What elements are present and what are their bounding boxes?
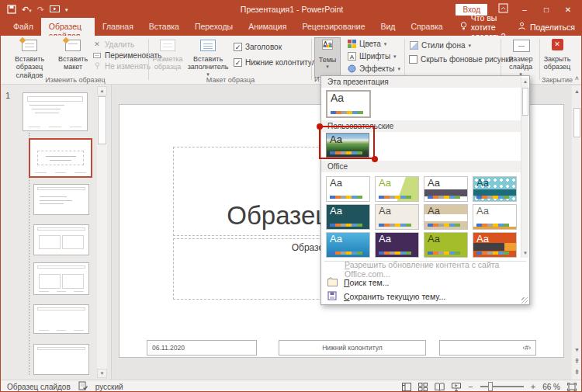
background-styles-button[interactable]: Стили фона ▾	[409, 40, 471, 50]
undo-icon[interactable]: ↶▾	[22, 5, 32, 15]
reading-view-icon[interactable]	[435, 383, 445, 391]
layout-thumbnail[interactable]	[33, 184, 89, 215]
close-button[interactable]: ✕	[563, 5, 573, 14]
footers-checkbox-box[interactable]: ✓	[234, 58, 242, 67]
insert-layout-button[interactable]: Вставить макет	[55, 37, 91, 71]
dropdown-arrow: ▾	[468, 43, 471, 48]
slideshow-view-icon[interactable]	[452, 383, 461, 391]
background-styles-icon	[409, 40, 418, 50]
layout-thumbnail[interactable]	[33, 224, 89, 255]
dropdown-scrollbar[interactable]: ▲ ▼	[521, 78, 528, 258]
tab-file[interactable]: Файл	[5, 18, 41, 36]
main-scrollbar[interactable]: ▲ ▼ ⇞ ⇟	[572, 86, 582, 380]
master-number: 1	[5, 91, 10, 100]
insert-placeholder-button[interactable]: Вставить заполнитель ▾	[185, 37, 230, 77]
slide-number-placeholder[interactable]: ‹#›	[439, 340, 536, 356]
language-indicator[interactable]: русский	[95, 383, 123, 391]
fit-slide-icon[interactable]	[567, 383, 577, 391]
zoom-slider-thumb[interactable]	[488, 382, 493, 391]
tell-me-box[interactable]: Что вы хотите сделать?	[460, 18, 518, 36]
master-thumbnail[interactable]	[23, 92, 88, 131]
panel-scroll-down-icon[interactable]: ▼	[97, 369, 107, 378]
hide-background-checkbox-box[interactable]	[409, 55, 417, 64]
redo-icon[interactable]: ↷	[37, 5, 44, 15]
current-theme-thumbnail[interactable]: Aa	[326, 90, 371, 118]
office-theme-thumbnail[interactable]: Aa	[473, 176, 517, 202]
title-checkbox[interactable]: ✓ Заголовок	[234, 43, 282, 51]
enable-content-updates-item: Разрешить обновление контента с сайта Of…	[321, 263, 521, 275]
fonts-button[interactable]: A Шрифты ▾	[347, 51, 397, 61]
slide-size-button[interactable]: Размер слайда ▾	[503, 37, 539, 77]
office-theme-thumbnail[interactable]: Aa	[473, 204, 517, 230]
tab-animations[interactable]: Анимация	[241, 18, 294, 36]
save-icon[interactable]	[7, 5, 16, 14]
office-theme-thumbnail[interactable]: Aa	[424, 204, 468, 230]
layout-thumbnail-selected[interactable]	[29, 138, 92, 178]
insert-slide-master-button[interactable]: Вставить образец слайдов	[5, 37, 54, 79]
slide-sorter-view-icon[interactable]	[418, 383, 428, 391]
footers-checkbox[interactable]: ✓ Нижние колонтитулы	[234, 58, 321, 67]
dropdown-arrow: ▾	[397, 66, 400, 71]
share-person-icon	[518, 22, 526, 32]
colors-button[interactable]: Цвета ▾	[347, 39, 386, 48]
effects-button[interactable]: Эффекты ▾	[347, 64, 400, 73]
dropdown-resize-grip[interactable]	[521, 297, 528, 304]
tab-transitions[interactable]: Переходы	[187, 18, 241, 36]
zoom-slider[interactable]	[480, 386, 524, 387]
scroll-up-icon[interactable]: ▲	[572, 86, 582, 96]
panel-scrollbar-thumb[interactable]	[98, 96, 106, 144]
office-theme-thumbnail[interactable]: Aa	[326, 204, 370, 230]
layout-thumbnail[interactable]	[33, 304, 89, 334]
maximize-button[interactable]: □	[541, 5, 552, 14]
dropdown-scroll-down-icon[interactable]: ▼	[521, 249, 529, 258]
zoom-out-button[interactable]: −	[468, 382, 473, 391]
customize-qat-icon[interactable]: ▾	[65, 7, 68, 12]
previous-slide-icon[interactable]: ⇞	[572, 356, 582, 366]
master-layout-button: Разметка образца	[151, 37, 184, 71]
office-theme-thumbnail[interactable]: Aa	[424, 232, 468, 258]
date-placeholder[interactable]: 06.11.2020	[147, 340, 257, 356]
office-theme-thumbnail[interactable]: Aa	[375, 232, 419, 258]
start-slideshow-icon[interactable]	[50, 5, 60, 14]
share-button[interactable]: Поделиться	[518, 18, 575, 36]
office-theme-thumbnail[interactable]: Aa	[375, 204, 419, 230]
collapse-ribbon-icon[interactable]: ˄	[575, 75, 579, 82]
main-scrollbar-thumb[interactable]	[573, 108, 580, 137]
office-theme-thumbnail[interactable]: Aa	[375, 176, 419, 202]
close-master-view-button[interactable]: ✕ Закрыть образец	[542, 37, 573, 71]
browse-themes-item[interactable]: Поиск тем...	[321, 276, 521, 289]
spellcheck-icon[interactable]	[78, 381, 88, 392]
group-separator	[501, 39, 501, 80]
zoom-level[interactable]: 66 %	[542, 383, 560, 391]
tab-review[interactable]: Рецензирование	[294, 18, 372, 36]
tab-help[interactable]: Справка	[404, 18, 451, 36]
minimize-button[interactable]: –	[519, 5, 530, 14]
footer-placeholder[interactable]: Нижний колонтитул	[279, 340, 426, 356]
tab-slide-master[interactable]: Образец слайдов	[41, 18, 95, 36]
layout-thumbnail[interactable]	[33, 344, 89, 375]
zoom-in-button[interactable]: +	[531, 382, 535, 391]
office-theme-thumbnail[interactable]: Aa	[424, 176, 468, 202]
title-checkbox-box[interactable]: ✓	[234, 43, 242, 51]
panel-scroll-up-icon[interactable]: ▲	[97, 86, 107, 95]
powerpoint-window: ↶▾ ↷ ▾ Презентация1 - PowerPoint Вход – …	[0, 0, 582, 392]
save-current-theme-item[interactable]: Сохранить текущую тему...	[321, 290, 521, 303]
office-theme-thumbnail[interactable]: Aa	[326, 176, 370, 202]
normal-view-icon[interactable]	[402, 383, 411, 391]
dropdown-scrollbar-thumb[interactable]	[522, 88, 528, 116]
tab-insert[interactable]: Вставка	[141, 18, 187, 36]
layout-thumbnail[interactable]	[33, 262, 89, 295]
scroll-down-icon[interactable]: ▼	[572, 345, 582, 355]
tab-home[interactable]: Главная	[95, 18, 141, 36]
lightbulb-icon	[460, 22, 467, 33]
ribbon-tabs: Файл Образец слайдов Главная Вставка Пер…	[1, 18, 582, 36]
next-slide-icon[interactable]: ⇟	[572, 367, 582, 377]
tab-view[interactable]: Вид	[373, 18, 404, 36]
save-theme-icon	[327, 291, 338, 302]
hide-background-checkbox[interactable]: Скрыть фоновые рисунки	[409, 55, 513, 64]
panel-scrollbar[interactable]: ▲ ▼	[97, 86, 107, 378]
themes-button[interactable]: Aa Темы ▾	[314, 37, 341, 78]
office-theme-thumbnail[interactable]: Aa	[473, 232, 517, 258]
dropdown-scroll-up-icon[interactable]: ▲	[521, 78, 529, 86]
office-theme-thumbnail[interactable]: Aa	[326, 232, 370, 258]
